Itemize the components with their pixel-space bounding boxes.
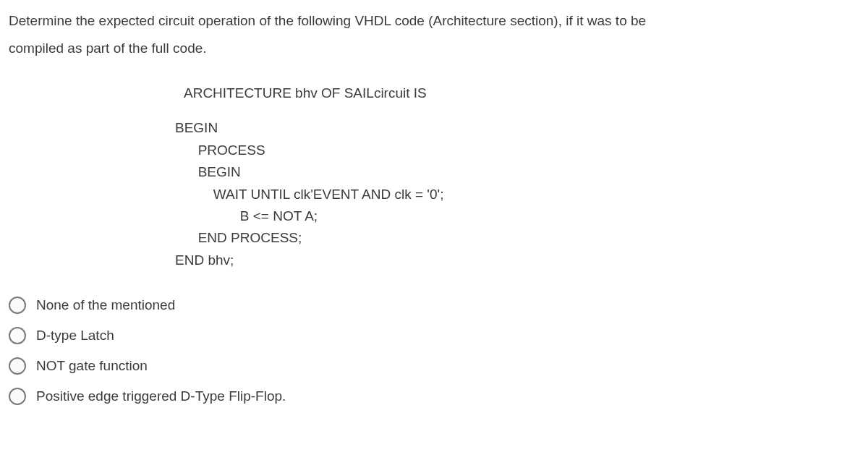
code-line-2: BEGIN xyxy=(175,117,859,139)
option-c[interactable]: NOT gate function xyxy=(9,357,859,375)
options-group: None of the mentioned D-type Latch NOT g… xyxy=(9,297,859,405)
code-block: ARCHITECTURE bhv OF SAILcircuit IS BEGIN… xyxy=(175,82,859,271)
code-line-7: END PROCESS; xyxy=(175,227,859,249)
code-line-5: WAIT UNTIL clk'EVENT AND clk = '0'; xyxy=(175,184,859,205)
option-a[interactable]: None of the mentioned xyxy=(9,297,859,314)
radio-icon xyxy=(9,297,26,314)
radio-icon xyxy=(9,357,26,375)
option-b-label: D-type Latch xyxy=(36,328,114,344)
code-line-8: END bhv; xyxy=(175,250,859,271)
question-line-2: compiled as part of the full code. xyxy=(9,41,207,56)
option-a-label: None of the mentioned xyxy=(36,297,175,313)
option-b[interactable]: D-type Latch xyxy=(9,327,859,344)
code-line-3: PROCESS xyxy=(175,140,859,161)
code-line-4: BEGIN xyxy=(175,161,859,183)
radio-icon xyxy=(9,327,26,344)
question-text: Determine the expected circuit operation… xyxy=(9,7,859,62)
question-line-1: Determine the expected circuit operation… xyxy=(9,13,646,28)
option-d[interactable]: Positive edge triggered D-Type Flip-Flop… xyxy=(9,388,859,405)
code-line-1: ARCHITECTURE bhv OF SAILcircuit IS xyxy=(184,82,859,104)
option-d-label: Positive edge triggered D-Type Flip-Flop… xyxy=(36,388,286,404)
option-c-label: NOT gate function xyxy=(36,358,148,374)
radio-icon xyxy=(9,388,26,405)
code-line-6: B <= NOT A; xyxy=(175,205,859,227)
